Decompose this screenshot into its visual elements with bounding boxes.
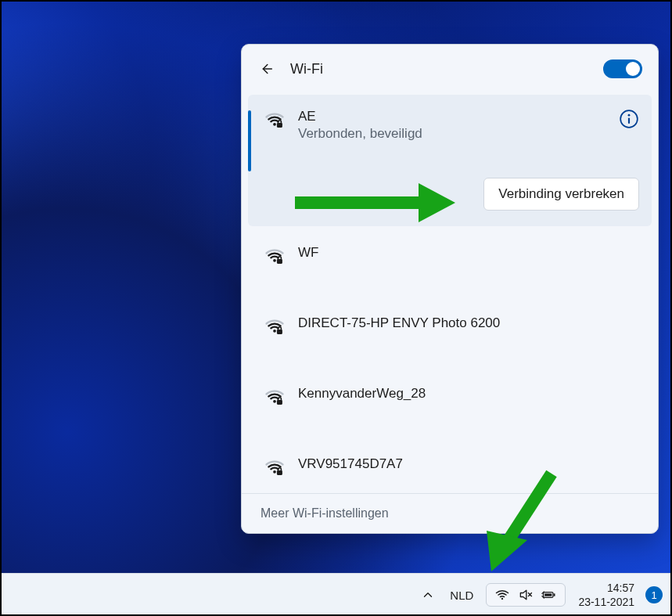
wifi-flyout: Wi-Fi AE Verbonden, beveiligd Verbinding… <box>241 44 659 534</box>
svg-point-11 <box>273 470 276 474</box>
system-tray[interactable] <box>486 583 566 607</box>
network-name: KennyvanderWeg_28 <box>298 386 426 402</box>
svg-rect-6 <box>277 259 282 264</box>
clock-date: 23-11-2021 <box>578 595 634 609</box>
svg-point-0 <box>273 123 276 126</box>
disconnect-row: Verbinding verbreken <box>264 178 639 211</box>
network-item[interactable]: WF <box>242 234 658 278</box>
info-icon <box>619 109 639 129</box>
toggle-knob <box>626 62 640 76</box>
network-name: WF <box>298 245 318 261</box>
svg-point-9 <box>273 400 276 403</box>
arrow-left-icon <box>257 60 275 77</box>
network-item[interactable]: KennyvanderWeg_28 <box>242 375 658 419</box>
svg-rect-1 <box>277 123 282 128</box>
disconnect-button[interactable]: Verbinding verbreken <box>483 178 639 211</box>
network-item-connected[interactable]: AE Verbonden, beveiligd Verbinding verbr… <box>248 95 652 226</box>
svg-rect-12 <box>277 470 282 475</box>
svg-rect-19 <box>554 593 555 596</box>
network-name: DIRECT-75-HP ENVY Photo 6200 <box>298 315 500 331</box>
network-item[interactable]: DIRECT-75-HP ENVY Photo 6200 <box>242 304 658 348</box>
chevron-up-icon <box>421 588 435 602</box>
svg-point-17 <box>501 598 503 600</box>
taskbar-clock[interactable]: 14:57 23-11-2021 <box>578 581 634 609</box>
notification-badge[interactable]: 1 <box>645 586 663 603</box>
network-list: AE Verbonden, beveiligd Verbinding verbr… <box>242 95 658 493</box>
wifi-icon <box>494 587 510 603</box>
language-indicator[interactable]: NLD <box>442 589 481 602</box>
battery-charging-icon <box>541 587 557 603</box>
clock-time: 14:57 <box>607 581 634 595</box>
wifi-secured-icon <box>264 386 286 408</box>
flyout-header: Wi-Fi <box>242 45 658 95</box>
wifi-secured-icon <box>264 456 286 478</box>
network-item[interactable]: VRV951745D7A7 <box>242 445 658 489</box>
wifi-secured-icon <box>264 109 286 131</box>
svg-point-7 <box>273 330 276 333</box>
network-text: AE Verbonden, beveiligd <box>298 109 422 142</box>
more-wifi-settings-link[interactable]: Meer Wi-Fi-instellingen <box>242 493 658 533</box>
svg-rect-20 <box>545 593 552 596</box>
flyout-title: Wi-Fi <box>290 61 323 77</box>
svg-rect-4 <box>628 117 630 124</box>
wifi-toggle[interactable] <box>603 59 642 78</box>
tray-overflow-button[interactable] <box>419 585 437 604</box>
network-name: VRV951745D7A7 <box>298 456 403 472</box>
volume-mute-icon <box>518 587 534 603</box>
svg-point-3 <box>628 114 631 117</box>
wifi-secured-icon <box>264 245 286 267</box>
network-status: Verbonden, beveiligd <box>298 126 422 142</box>
svg-rect-8 <box>277 330 282 334</box>
network-info-button[interactable] <box>619 109 639 129</box>
back-button[interactable] <box>253 56 279 82</box>
svg-point-5 <box>273 259 276 262</box>
wifi-secured-icon <box>264 315 286 337</box>
svg-rect-10 <box>277 400 282 405</box>
taskbar: NLD 14:57 23-11-2021 1 <box>0 573 672 616</box>
network-name: AE <box>298 109 422 124</box>
